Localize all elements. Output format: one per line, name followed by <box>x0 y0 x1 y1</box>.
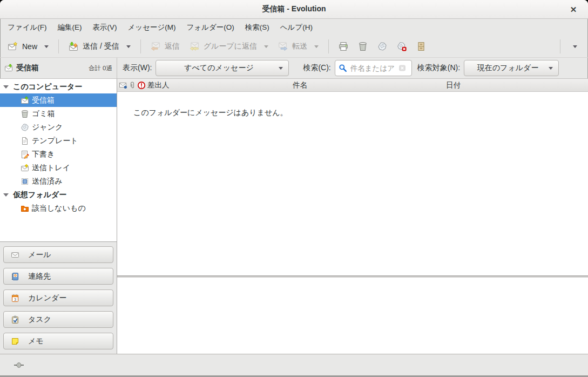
menu-search[interactable]: 検索(S) <box>240 20 275 35</box>
switcher-tasks-button[interactable]: タスク <box>3 311 113 328</box>
component-switcher: メール 連絡先 3 カレンダー <box>0 242 117 354</box>
switcher-label: 連絡先 <box>28 272 51 281</box>
search-scope-label: 検索対象(N): <box>417 63 460 73</box>
attachment-column-icon[interactable] <box>128 79 137 92</box>
inbox-icon <box>21 96 29 105</box>
sidebar-item-junk[interactable]: ジャンク <box>0 120 117 134</box>
tasks-icon <box>11 315 19 324</box>
sidebar-item-label: 受信箱 <box>32 96 55 105</box>
filter-controls: 表示(W): すべてのメッセージ 検索(C): 検索対象(N): 現在のフォルダ… <box>117 58 588 78</box>
message-list[interactable]: このフォルダーにメッセージはありません。 <box>117 92 588 275</box>
priority-column-icon[interactable] <box>137 79 146 92</box>
show-filter-arrow-icon <box>279 67 283 70</box>
sidebar-item-templates[interactable]: テンプレート <box>0 134 117 147</box>
toolbar-overflow-button[interactable] <box>565 43 585 51</box>
sidebar-item-label: 下書き <box>32 150 55 159</box>
show-filter-dropdown[interactable]: すべてのメッセージ <box>156 60 289 76</box>
new-mail-icon <box>8 42 18 51</box>
search-scope-dropdown[interactable]: 現在のフォルダー <box>464 60 559 76</box>
sidebar-item-inbox[interactable]: 受信箱 <box>0 93 117 107</box>
send-receive-dropdown-arrow-icon[interactable] <box>126 45 131 48</box>
menu-edit[interactable]: 編集(E) <box>52 20 87 35</box>
attachment-icon <box>128 81 137 90</box>
folder-total-count: 合計 0通 <box>89 64 112 72</box>
switcher-calendar-button[interactable]: 3 カレンダー <box>3 290 113 306</box>
menu-view[interactable]: 表示(V) <box>87 20 123 35</box>
overflow-arrow-icon <box>573 45 577 48</box>
menu-bar: ファイル(F) 編集(E) 表示(V) メッセージ(M) フォルダー(O) 検索… <box>0 19 588 36</box>
empty-folder-message: このフォルダーにメッセージはありません。 <box>133 108 288 118</box>
column-header-from[interactable]: 差出人 <box>147 79 170 92</box>
new-message-button[interactable]: New <box>3 39 53 54</box>
junk-button[interactable] <box>373 39 392 54</box>
sidebar-item-label: テンプレート <box>32 136 78 146</box>
reply-group-button[interactable]: グループに返信 <box>185 39 273 54</box>
calendar-icon: 3 <box>11 294 19 302</box>
sidebar-item-sent[interactable]: 送信済み <box>0 174 117 188</box>
window-title: 受信箱 - Evolution <box>262 4 326 14</box>
not-junk-button[interactable] <box>392 39 411 54</box>
search-icon <box>339 64 347 72</box>
outbox-icon <box>21 164 29 172</box>
send-receive-label: 送信 / 受信 <box>83 42 119 51</box>
search-scope-value: 現在のフォルダー <box>470 63 546 73</box>
current-folder-name: 受信箱 <box>16 63 39 73</box>
menu-message[interactable]: メッセージ(M) <box>123 20 181 35</box>
clear-search-icon[interactable] <box>398 64 407 72</box>
show-filter-label: 表示(W): <box>123 63 152 73</box>
menu-help[interactable]: ヘルプ(H) <box>275 20 318 35</box>
message-pane: 差出人 件名 日付 このフォルダーにメッセージはありません。 <box>117 79 588 354</box>
search-folder-icon <box>21 204 29 213</box>
forward-label: 転送 <box>292 42 307 51</box>
priority-icon <box>137 81 146 90</box>
trash-icon <box>358 42 368 51</box>
sidebar-item-label: 該当しないもの <box>32 204 86 213</box>
sidebar-item-label: ゴミ箱 <box>32 109 55 119</box>
forward-dropdown-arrow-icon[interactable] <box>314 45 319 48</box>
contacts-icon <box>11 272 19 281</box>
window-body: このコンピューター 受信箱 ゴミ箱 <box>0 79 588 354</box>
menu-file[interactable]: ファイル(F) <box>2 20 52 35</box>
delete-button[interactable] <box>353 39 373 54</box>
tree-group-search-folders[interactable]: 仮想フォルダー <box>0 188 117 201</box>
sidebar-item-drafts[interactable]: 下書き <box>0 147 117 161</box>
read-status-column-icon[interactable] <box>119 79 127 92</box>
reply-group-dropdown-arrow-icon[interactable] <box>264 45 268 48</box>
send-receive-icon <box>69 42 78 51</box>
sidebar-item-unmatched[interactable]: 該当しないもの <box>0 201 117 215</box>
reply-icon <box>151 42 160 51</box>
archive-button[interactable] <box>411 39 431 54</box>
reply-label: 返信 <box>165 42 180 51</box>
sidebar-item-label: 送信トレイ <box>32 163 70 173</box>
switcher-label: タスク <box>28 315 51 325</box>
print-button[interactable] <box>334 39 353 54</box>
sidebar-item-trash[interactable]: ゴミ箱 <box>0 107 117 120</box>
sidebar-item-label: 送信済み <box>32 177 62 186</box>
switcher-memos-button[interactable]: メモ <box>3 333 113 349</box>
menu-folder[interactable]: フォルダー(O) <box>181 20 240 35</box>
message-list-header: 差出人 件名 日付 <box>117 79 588 92</box>
inbox-icon <box>4 64 13 72</box>
forward-button[interactable]: 転送 <box>273 39 323 54</box>
switcher-mail-button[interactable]: メール <box>3 246 113 263</box>
online-status-icon[interactable] <box>12 360 26 370</box>
folder-bar: 受信箱 合計 0通 表示(W): すべてのメッセージ 検索(C): 検索対象(N… <box>0 58 588 79</box>
preview-pane[interactable] <box>117 278 588 354</box>
reply-group-icon <box>190 42 199 51</box>
expander-icon[interactable] <box>3 193 9 197</box>
send-receive-button[interactable]: 送信 / 受信 <box>64 39 136 54</box>
main-toolbar: New 送信 / 受信 返信 グループに返信 <box>0 36 588 58</box>
column-header-date[interactable]: 日付 <box>446 79 461 92</box>
search-input[interactable] <box>350 64 395 72</box>
column-header-subject[interactable]: 件名 <box>293 79 307 92</box>
expander-icon[interactable] <box>3 85 9 89</box>
trash-icon <box>21 110 29 118</box>
current-folder-header: 受信箱 合計 0通 <box>0 58 117 78</box>
new-dropdown-arrow-icon[interactable] <box>44 45 49 48</box>
reply-button[interactable]: 返信 <box>146 39 185 54</box>
sent-icon <box>21 177 29 186</box>
tree-group-this-computer[interactable]: このコンピューター <box>0 80 117 93</box>
sidebar-item-outbox[interactable]: 送信トレイ <box>0 161 117 174</box>
switcher-contacts-button[interactable]: 連絡先 <box>3 268 113 285</box>
close-button[interactable]: ✕ <box>567 4 579 16</box>
